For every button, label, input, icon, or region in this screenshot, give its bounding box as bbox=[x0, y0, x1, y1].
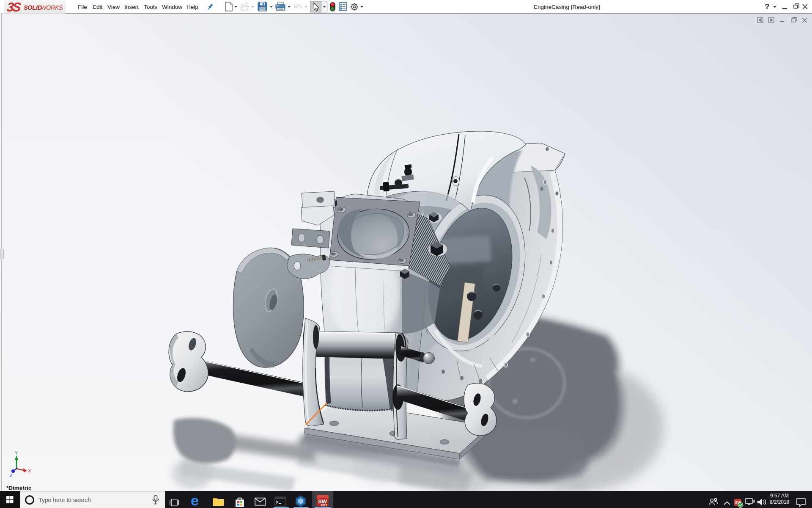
svg-text:X: X bbox=[28, 468, 31, 473]
svg-text:Y: Y bbox=[15, 450, 18, 456]
svg-text:2017: 2017 bbox=[321, 504, 327, 507]
svg-text:*Dimetric: *Dimetric bbox=[6, 485, 32, 491]
svg-text:e: e bbox=[191, 492, 199, 508]
svg-text:Z: Z bbox=[10, 473, 13, 478]
svg-text:?: ? bbox=[765, 2, 770, 11]
svg-text:3S: 3S bbox=[6, 0, 22, 13]
svg-text:SOLID: SOLID bbox=[24, 4, 42, 11]
svg-text:WORKS: WORKS bbox=[41, 4, 63, 11]
